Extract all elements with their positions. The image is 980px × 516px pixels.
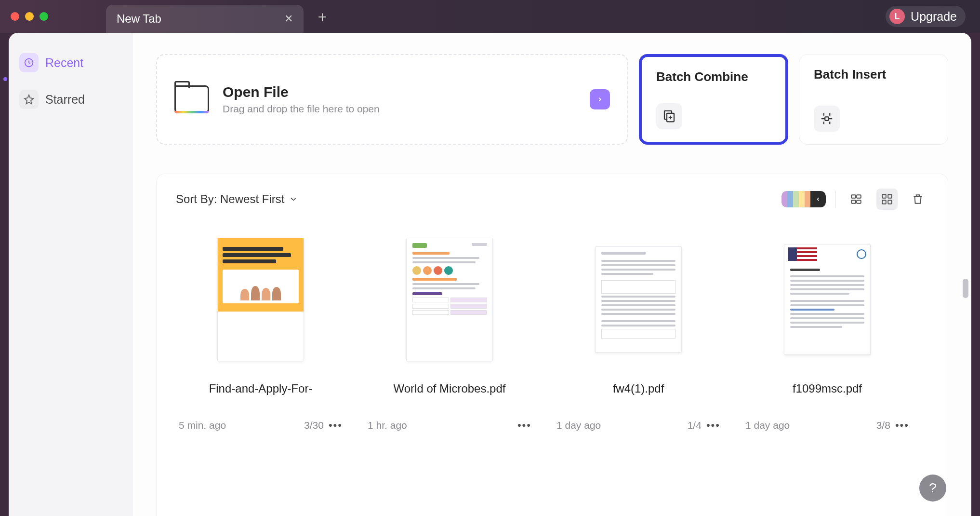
svg-rect-9 [888, 194, 892, 198]
file-card[interactable]: Find-and-Apply-For- 5 min. ago 3/30 ••• [176, 227, 345, 432]
svg-rect-7 [857, 200, 861, 204]
batch-insert-title: Batch Insert [814, 67, 933, 82]
scrollbar-thumb[interactable] [963, 279, 968, 298]
file-card[interactable]: f1099msc.pdf 1 day ago 3/8 ••• [742, 227, 912, 432]
file-pages: 3/8 [876, 420, 890, 431]
user-avatar: L [889, 9, 905, 24]
svg-rect-11 [888, 200, 892, 204]
close-tab-icon[interactable]: ✕ [284, 13, 293, 25]
file-card[interactable]: World of Microbes.pdf 1 hr. ago ••• [365, 227, 534, 432]
sidebar-item-label: Recent [45, 56, 83, 70]
more-icon[interactable]: ••• [329, 419, 343, 432]
sidebar-item-label: Starred [45, 93, 85, 107]
chevron-left-icon [810, 191, 826, 207]
batch-insert-card[interactable]: Batch Insert [799, 54, 948, 145]
batch-combine-title: Batch Combine [656, 69, 771, 84]
file-thumbnail [595, 246, 682, 353]
svg-rect-6 [851, 200, 856, 204]
chevron-down-icon [289, 195, 298, 204]
minimize-window-dot[interactable] [25, 12, 34, 21]
delete-button[interactable] [907, 189, 928, 210]
file-name: fw4(1).pdf [554, 381, 723, 410]
grid-view-button[interactable] [876, 189, 898, 210]
file-name: Find-and-Apply-For- [176, 381, 345, 410]
file-pages: 1/4 [688, 420, 702, 431]
file-pages: 3/30 [304, 420, 324, 431]
svg-rect-10 [882, 200, 886, 204]
file-thumbnail [217, 238, 304, 361]
svg-rect-8 [882, 194, 886, 198]
sidebar-item-recent[interactable]: Recent [17, 50, 124, 75]
file-time: 1 hr. ago [368, 420, 407, 431]
upgrade-button[interactable]: L Upgrade [886, 6, 966, 27]
folder-icon [174, 85, 209, 113]
file-thumbnail [406, 238, 493, 361]
file-time: 1 day ago [556, 420, 601, 431]
clock-icon [19, 53, 39, 72]
svg-rect-3 [825, 117, 829, 121]
batch-combine-card[interactable]: Batch Combine [639, 54, 788, 145]
file-name: World of Microbes.pdf [365, 381, 534, 410]
svg-rect-5 [857, 195, 861, 198]
file-name: f1099msc.pdf [742, 381, 912, 410]
sidebar-indicator-dot [3, 77, 7, 81]
file-time: 5 min. ago [179, 420, 226, 431]
upgrade-label: Upgrade [911, 10, 957, 24]
browser-tab[interactable]: New Tab ✕ [106, 5, 304, 33]
sort-dropdown[interactable]: Sort By: Newest First [176, 192, 298, 206]
help-button[interactable]: ? [919, 475, 946, 502]
maximize-window-dot[interactable] [40, 12, 48, 21]
color-filter-button[interactable] [781, 191, 826, 207]
new-tab-button[interactable]: ＋ [304, 7, 341, 27]
more-icon[interactable]: ••• [706, 419, 720, 432]
insert-pages-icon [814, 106, 840, 132]
open-file-go-button[interactable] [590, 89, 610, 109]
toolbar-separator [835, 190, 836, 208]
tab-title: New Tab [117, 12, 161, 26]
open-file-subtitle: Drag and drop the file here to open [223, 103, 576, 115]
file-thumbnail [784, 244, 871, 355]
more-icon[interactable]: ••• [895, 419, 909, 432]
close-window-dot[interactable] [11, 12, 19, 21]
file-time: 1 day ago [745, 420, 790, 431]
window-traffic-lights[interactable] [11, 12, 48, 21]
open-file-dropzone[interactable]: Open File Drag and drop the file here to… [156, 54, 628, 145]
more-icon[interactable]: ••• [517, 419, 531, 432]
open-file-title: Open File [223, 84, 576, 100]
star-icon [19, 90, 39, 109]
sort-label: Sort By: Newest First [176, 192, 284, 206]
combine-files-icon [656, 103, 682, 129]
file-card[interactable]: fw4(1).pdf 1 day ago 1/4 ••• [554, 227, 723, 432]
sidebar-item-starred[interactable]: Starred [17, 87, 124, 112]
list-view-button[interactable] [846, 189, 867, 210]
svg-rect-4 [851, 195, 856, 198]
